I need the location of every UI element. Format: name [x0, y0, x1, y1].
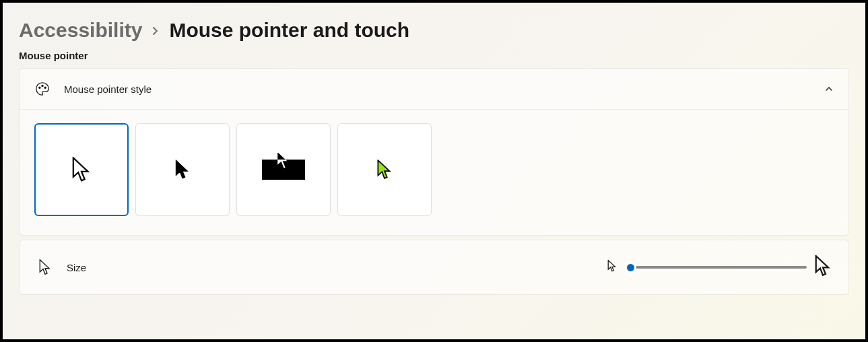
palette-icon [34, 81, 51, 97]
cursor-inverted-icon [275, 150, 292, 170]
cursor-black-icon [174, 160, 191, 180]
pointer-style-custom[interactable] [337, 123, 432, 216]
page-title: Mouse pointer and touch [169, 19, 409, 42]
cursor-white-icon [71, 157, 92, 182]
pointer-style-white[interactable] [34, 123, 129, 216]
chevron-right-icon [152, 23, 160, 38]
cursor-custom-icon [376, 160, 393, 180]
pointer-style-options [20, 109, 848, 235]
cursor-large-icon [815, 255, 831, 279]
size-slider[interactable] [625, 266, 807, 269]
pointer-style-inverted[interactable] [236, 123, 331, 216]
pointer-style-expander[interactable]: Mouse pointer style [20, 69, 848, 109]
cursor-small-icon [607, 260, 617, 275]
svg-point-2 [44, 87, 46, 88]
inverted-preview [262, 160, 305, 180]
svg-point-1 [42, 85, 43, 86]
svg-point-0 [39, 87, 40, 88]
breadcrumb: Accessibility Mouse pointer and touch [19, 19, 849, 42]
pointer-style-black[interactable] [135, 123, 230, 216]
size-slider-group [607, 255, 831, 279]
section-label: Mouse pointer [19, 50, 849, 61]
slider-thumb[interactable] [624, 261, 636, 273]
pointer-style-card: Mouse pointer style [19, 68, 849, 236]
cursor-icon [37, 259, 53, 275]
breadcrumb-parent-link[interactable]: Accessibility [19, 19, 142, 42]
pointer-style-title: Mouse pointer style [64, 83, 811, 95]
pointer-size-card: Size [19, 240, 849, 295]
chevron-up-icon [824, 84, 834, 94]
size-title: Size [67, 262, 594, 273]
